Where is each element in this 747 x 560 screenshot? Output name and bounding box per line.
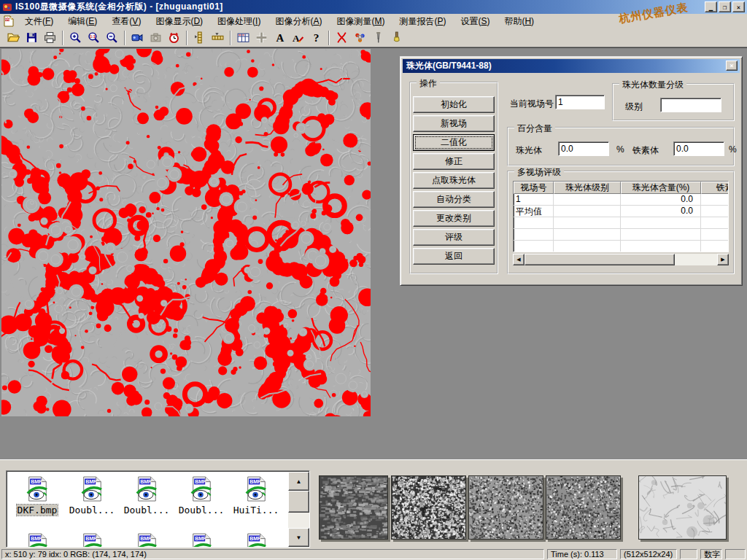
table-hscrollbar[interactable]: ◀ ▶ [513, 254, 729, 265]
move-cross-icon [255, 31, 268, 44]
print-button[interactable] [41, 29, 59, 46]
table-col-2[interactable]: 珠光体含量(%) [621, 182, 701, 194]
video-camera-button[interactable] [128, 29, 147, 46]
caliper-vertical-button[interactable] [190, 29, 209, 46]
current-field-input[interactable]: 1 [555, 95, 605, 109]
menu-item-7[interactable]: 测量报告(P) [392, 14, 453, 29]
table-col-3[interactable]: 铁素体含量(%) [701, 182, 729, 194]
file-browser[interactable]: ▲ ▼ BMPDKF.bmpBMPDoubl...BMPDoubl...BMPD… [6, 470, 310, 548]
micrograph-canvas[interactable] [1, 49, 371, 416]
toolbar-separator [186, 31, 187, 45]
op-button-5[interactable]: 自动分类 [413, 191, 495, 208]
thumbnail-fine-speckle-2[interactable] [546, 475, 621, 540]
bmp-file-icon: BMP [135, 494, 158, 505]
zoom-out-button[interactable] [103, 29, 121, 46]
brush-tool-button[interactable] [387, 29, 406, 46]
file-item[interactable]: BMPDoubl... [174, 476, 229, 516]
file-item-clipped[interactable]: BMP [228, 533, 284, 548]
op-button-0[interactable]: 初始化 [413, 96, 495, 113]
toolbar: 1:1AA? [0, 28, 747, 47]
close-button[interactable]: ✕ [732, 1, 745, 12]
menu-item-5[interactable]: 图像分析(A) [268, 14, 329, 29]
caliper-horizontal-button[interactable] [209, 29, 227, 46]
table-row[interactable]: 平均值0.0 [514, 206, 728, 217]
file-item-clipped[interactable]: BMP [9, 533, 65, 548]
table-col-1[interactable]: 珠光体级别 [554, 182, 621, 194]
thumbnail-light-lines[interactable] [638, 475, 727, 540]
text-label-button[interactable]: A [271, 29, 289, 46]
scroll-right-button[interactable]: ▶ [717, 254, 729, 265]
op-button-7[interactable]: 评级 [413, 229, 495, 246]
file-label[interactable]: HuiTi... [233, 505, 280, 516]
op-button-3[interactable]: 修正 [413, 153, 495, 170]
dialog-close-button[interactable]: × [726, 61, 738, 71]
table-row[interactable]: 10.0 [514, 194, 728, 206]
text-annotate-button[interactable]: A [289, 29, 307, 46]
status-mode: 数字 [700, 549, 722, 559]
table-header: 视场号珠光体级别珠光体含量(%)铁素体含量(%) [514, 182, 728, 194]
pearlite-percent-sign: % [616, 144, 624, 155]
pearlite-input[interactable]: 0.0 [558, 141, 609, 156]
svg-text:BMP: BMP [195, 536, 206, 541]
menu-item-8[interactable]: 设置(S) [453, 14, 497, 29]
op-button-1[interactable]: 新视场 [413, 115, 495, 132]
menu-item-3[interactable]: 图像显示(D) [148, 14, 210, 29]
thumbnail-dark-coarse[interactable] [319, 475, 388, 540]
scroll-up-button[interactable]: ▲ [288, 472, 309, 491]
file-label[interactable]: Doubl... [123, 505, 171, 516]
pin-tool-button[interactable] [369, 29, 387, 46]
op-button-2[interactable]: 二值化 [413, 134, 495, 151]
file-item[interactable]: BMPDKF.bmp [9, 476, 65, 516]
camera-capture-button[interactable] [147, 29, 165, 46]
status-position: x: 510 y: 79 idx: 0 RGB: (174, 174, 174) [1, 549, 544, 559]
menu-item-6[interactable]: 图像测量(M) [329, 14, 392, 29]
level-input[interactable] [660, 98, 721, 112]
file-label[interactable]: Doubl... [178, 505, 225, 516]
file-item[interactable]: BMPDoubl... [119, 476, 174, 516]
timer-clock-button[interactable] [165, 29, 183, 46]
ferrite-input[interactable]: 0.0 [673, 141, 724, 156]
file-item-clipped[interactable]: BMP [119, 533, 174, 548]
menu-item-2[interactable]: 查看(V) [104, 14, 148, 29]
op-button-4[interactable]: 点取珠光体 [413, 172, 495, 189]
file-item-clipped[interactable]: BMP [64, 533, 120, 548]
menu-item-4[interactable]: 图像处理(I) [210, 14, 268, 29]
toolbar-separator [62, 31, 63, 45]
file-item[interactable]: BMPDoubl... [64, 476, 120, 516]
thumbnail-fine-speckle[interactable] [468, 475, 543, 540]
menu-item-1[interactable]: 编辑(E) [61, 14, 104, 29]
measure-table-button[interactable] [234, 29, 252, 46]
scroll-thumb[interactable] [525, 254, 675, 265]
save-floppy-icon [26, 31, 38, 44]
file-item-clipped[interactable]: BMP [174, 533, 229, 548]
maximize-button[interactable]: ❐ [719, 1, 731, 12]
ferrite-percent-sign: % [729, 144, 737, 155]
menu-item-9[interactable]: 帮助(H) [497, 14, 541, 29]
dialog-title-bar[interactable]: 珠光体(GB/T9441-88) × [403, 59, 740, 73]
file-label[interactable]: Doubl... [69, 505, 116, 516]
file-scroll-thumb[interactable] [288, 491, 309, 513]
pearlite-dialog: 珠光体(GB/T9441-88) × 操作 初始化新视场二值化修正点取珠光体自动… [400, 56, 743, 286]
open-folder-button[interactable] [4, 29, 23, 46]
scroll-left-button[interactable]: ◀ [513, 254, 525, 265]
menu-item-0[interactable]: 文件(F) [18, 14, 61, 29]
save-floppy-button[interactable] [23, 29, 41, 46]
curve-cut-button[interactable] [333, 29, 351, 46]
file-label[interactable]: DKF.bmp [17, 505, 58, 516]
help-button[interactable]: ? [307, 29, 325, 46]
op-button-8[interactable]: 返回 [413, 248, 495, 265]
particles-button[interactable] [351, 29, 369, 46]
zoom-actual-button[interactable]: 1:1 [85, 29, 103, 46]
minimize-button[interactable]: ▁ [705, 1, 717, 12]
scroll-down-button[interactable]: ▼ [288, 528, 309, 547]
move-cross-button[interactable] [252, 29, 271, 46]
svg-text:BMP: BMP [85, 479, 97, 484]
op-button-6[interactable]: 更改类别 [413, 210, 495, 227]
multifield-table[interactable]: 视场号珠光体级别珠光体含量(%)铁素体含量(%)10.0平均值0.0 [513, 181, 729, 252]
thumbnail-black-white-coarse[interactable] [391, 475, 466, 540]
file-item[interactable]: BMPHuiTi... [228, 476, 284, 516]
zoom-in-button[interactable] [66, 29, 85, 46]
table-col-0[interactable]: 视场号 [514, 182, 554, 194]
svg-text:?: ? [314, 31, 320, 44]
file-scrollbar[interactable]: ▲ ▼ [288, 472, 309, 547]
